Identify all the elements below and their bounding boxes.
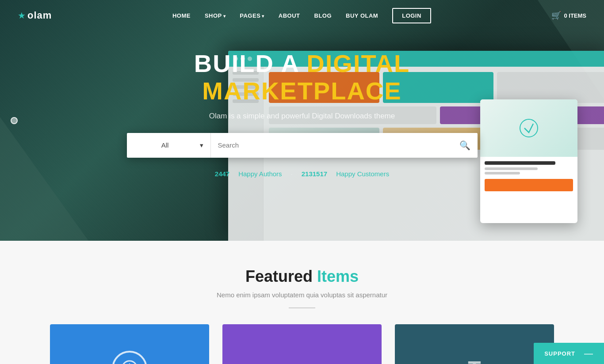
nav-pages[interactable]: PAGES▾ [240,12,264,19]
search-bar: All ▾ 🔍 [127,133,478,158]
hero-stats: 2447 Happy Authors · 2131517 Happy Custo… [112,170,492,178]
hero-title: BUILD A DIGITAL MARKETPLACE [112,50,492,104]
navbar: ★ olam HOME SHOP▾ PAGES▾ ABOUT BLOG BUY … [0,0,604,31]
login-button[interactable]: LOGIN [392,8,431,23]
hero-content: BUILD A DIGITAL MARKETPLACE Olam is a si… [103,50,501,177]
featured-cards: OFFICER T [41,324,563,364]
nav-blog[interactable]: BLOG [314,12,332,19]
nav-shop[interactable]: SHOP▾ [205,12,226,19]
featured-card-3[interactable]: T [395,324,554,364]
chevron-down-icon: ▾ [200,141,203,149]
support-label: SUPPORT [544,350,575,357]
customers-count: 2131517 [302,170,327,178]
featured-divider [289,307,315,308]
card-1-thumb [50,324,209,364]
support-collapse-icon: — [584,349,593,358]
hero-section: BUILD A DIGITAL MARKETPLACE Olam is a si… [0,0,604,241]
card-3-label: T [468,356,481,364]
search-input[interactable] [211,141,453,149]
search-category-label: All [134,141,196,149]
download-icon [112,351,147,364]
featured-title-plain: Featured [245,267,317,285]
authors-count: 2447 [215,170,229,178]
featured-card-2[interactable]: OFFICER [222,324,382,364]
support-button[interactable]: SUPPORT — [534,343,604,364]
nav-links: HOME SHOP▾ PAGES▾ ABOUT BLOG BUY OLAM LO… [172,11,431,19]
search-input-wrap [211,133,453,158]
authors-label: Happy Authors [238,170,282,178]
featured-section: Featured Items Nemo enim ipsam voluptate… [0,241,604,364]
search-icon: 🔍 [459,140,470,151]
cart[interactable]: 🛒 0 ITEMS [551,11,586,20]
nav-buy-olam[interactable]: BUY OLAM [346,12,378,19]
cart-count: 0 ITEMS [564,12,586,19]
hero-slider-dot[interactable] [11,117,18,124]
featured-title: Featured Items [18,267,586,286]
card-3-thumb: T [395,324,554,364]
featured-subtitle: Nemo enim ipsam voluptatem quia voluptas… [18,291,586,299]
search-category-dropdown[interactable]: All ▾ [127,133,211,158]
stats-divider: · [291,170,293,178]
nav-about[interactable]: ABOUT [279,12,300,19]
hero-subtitle: Olam is a simple and powerful Digital Do… [112,112,492,121]
logo-text: olam [27,10,52,21]
search-button[interactable]: 🔍 [453,133,478,158]
nav-home[interactable]: HOME [172,12,191,19]
cart-icon: 🛒 [551,11,561,20]
logo-star-icon: ★ [18,10,26,21]
hero-title-plain: BUILD A [194,49,307,77]
card-2-thumb: OFFICER [222,324,382,364]
featured-title-highlight: Items [317,267,359,285]
customers-label: Happy Customers [336,170,389,178]
svg-point-0 [520,119,538,137]
featured-card-1[interactable] [50,324,209,364]
logo[interactable]: ★ olam [18,10,52,21]
